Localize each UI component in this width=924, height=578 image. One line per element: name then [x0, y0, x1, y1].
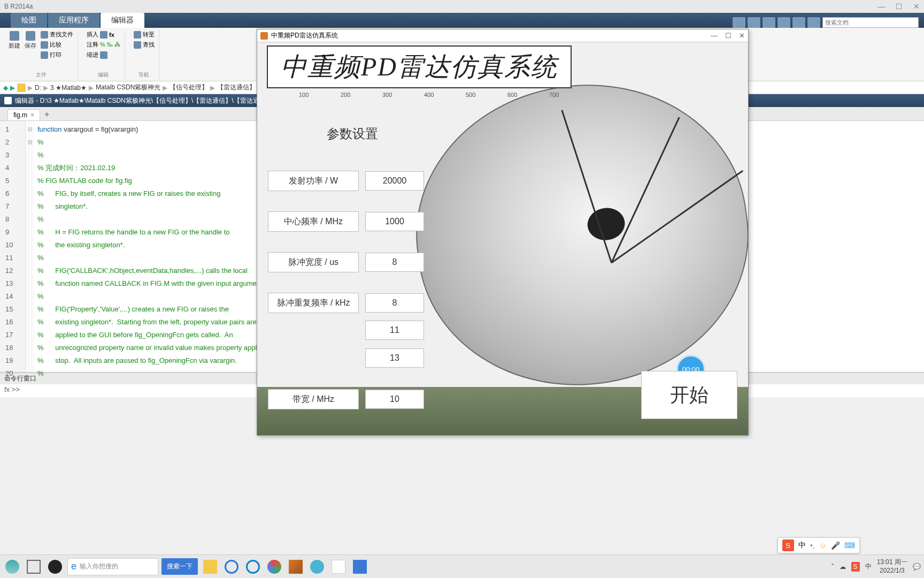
start-button[interactable] [3, 558, 21, 576]
fig-close-button[interactable]: ✕ [739, 32, 745, 40]
param-row: 带宽 / MHz10 [268, 389, 424, 409]
ime-mode[interactable]: 中 [798, 541, 806, 550]
gui-figure-window[interactable]: 中重频PD雷达仿真系统 — ☐ ✕ 中重频PD雷达仿真系统 1002003004… [257, 29, 749, 436]
explorer-icon[interactable] [201, 558, 219, 576]
fx-icon: fx [109, 32, 114, 38]
find-icon [41, 31, 48, 39]
browser-icon[interactable] [265, 558, 283, 576]
qat-icon[interactable] [748, 17, 760, 28]
param-label: 发射功率 / W [268, 171, 359, 191]
path-seg[interactable]: Matalb CSDN紫极神光 [96, 83, 160, 92]
tab-plot[interactable]: 绘图 [11, 13, 47, 28]
ime-punct-icon[interactable]: •, [810, 541, 815, 550]
path-seg[interactable]: 【雷达通信】 [217, 83, 256, 92]
print-icon [41, 51, 48, 59]
ribbon-group-edit: 插入 fx 注释 % ‰ ⁂ 缩进 编辑 [82, 30, 125, 79]
param-input[interactable]: 11 [365, 321, 424, 340]
indent-button[interactable]: 缩进 [86, 50, 121, 59]
qat-icon[interactable] [777, 17, 790, 28]
taskview-icon[interactable] [25, 558, 43, 576]
group-label: 导航 [138, 71, 149, 79]
param-row: 中心频率 / MHz1000 [268, 211, 424, 232]
param-input[interactable]: 8 [365, 293, 424, 313]
doc-search-input[interactable] [822, 17, 919, 28]
add-tab-button[interactable]: + [40, 109, 53, 120]
matlab-figure-icon [260, 32, 268, 40]
param-label: 中心频率 / MHz [268, 211, 359, 232]
figure-window-controls: — ☐ ✕ [711, 32, 745, 40]
insert-button[interactable]: 插入 fx [86, 30, 121, 39]
ime-keyboard-icon[interactable]: ⌨ [844, 541, 855, 550]
start-button[interactable]: 开始 [641, 371, 737, 419]
matlab-icon[interactable] [287, 558, 305, 576]
fig-minimize-button[interactable]: — [711, 32, 718, 40]
param-input[interactable]: 10 [365, 390, 424, 409]
param-label: 脉冲宽度 / us [268, 252, 359, 272]
ime-emoji-icon[interactable]: ☺ [819, 541, 827, 550]
sogou-icon[interactable]: S [782, 539, 794, 551]
param-row: 脉冲重复频率 / kHz8 [268, 293, 424, 313]
figure-title: 中重频PD雷达仿真系统 [271, 31, 338, 40]
qat-icon[interactable] [792, 17, 805, 28]
qat-icon[interactable] [807, 17, 820, 28]
tab-apps[interactable]: 应用程序 [48, 13, 99, 28]
maximize-button[interactable]: ☐ [896, 2, 903, 11]
save-icon [26, 31, 35, 41]
close-button[interactable]: ✕ [913, 2, 920, 11]
save-button[interactable]: 保存 [24, 30, 37, 51]
ribbon-tabstrip: 绘图 应用程序 编辑器 [0, 13, 924, 28]
document-icon [4, 97, 12, 104]
taskbar-search[interactable]: e 输入你想搜的 [67, 558, 158, 575]
find-files-button[interactable]: 查找文件 [40, 30, 74, 39]
param-input[interactable]: 8 [365, 253, 424, 272]
search-button[interactable]: 搜索一下 [161, 558, 198, 575]
param-row: 11 [268, 321, 424, 340]
path-seg[interactable]: 3 ★Matlab★ [50, 84, 87, 92]
find-button[interactable]: 查找 [133, 40, 156, 49]
os-titlebar: B R2014a — ☐ ✕ [0, 0, 924, 13]
param-row: 发射功率 / W20000 [268, 171, 424, 191]
edge-icon[interactable] [244, 558, 262, 576]
param-input[interactable]: 13 [365, 348, 424, 368]
path-seg[interactable]: D: [35, 84, 41, 92]
compare-icon [41, 41, 48, 49]
tray-chevron-icon[interactable]: ˄ [831, 563, 834, 571]
notifications-icon[interactable]: 💬 [913, 563, 921, 571]
goto-button[interactable]: 转至 [133, 30, 156, 39]
param-row: 13 [268, 348, 424, 368]
search-placeholder: 输入你想搜的 [80, 562, 118, 571]
tab-close-icon[interactable]: × [30, 111, 34, 119]
tab-label: fig.m [13, 111, 27, 119]
app-icon[interactable] [329, 558, 348, 576]
app-icon[interactable] [308, 558, 326, 576]
fig-maximize-button[interactable]: ☐ [725, 32, 732, 40]
param-input[interactable]: 20000 [365, 171, 424, 191]
ime-toolbar[interactable]: S 中 •, ☺ 🎤 ⌨ [777, 537, 860, 553]
ime-mic-icon[interactable]: 🎤 [831, 541, 840, 550]
sogou-tray-icon[interactable]: S [851, 562, 860, 572]
clock[interactable]: 13:01 周一 2022/1/3 [877, 558, 907, 575]
figure-body: 中重频PD雷达仿真系统 100200300400500600700 参数设置 发… [257, 42, 748, 435]
print-button[interactable]: 打印 [40, 50, 74, 59]
ie-icon[interactable] [222, 558, 241, 576]
figure-name-label: fig [736, 425, 743, 433]
qat-icon[interactable] [763, 17, 775, 28]
figure-titlebar[interactable]: 中重频PD雷达仿真系统 — ☐ ✕ [257, 29, 748, 42]
goto-icon [134, 31, 141, 39]
minimize-button[interactable]: — [877, 2, 885, 11]
new-button[interactable]: 新建 [7, 30, 21, 51]
tray-icon[interactable]: ☁ [840, 563, 846, 571]
param-input[interactable]: 1000 [365, 212, 424, 231]
fold-column[interactable]: ⊟⊟ [26, 121, 34, 372]
comment-button[interactable]: 注释 % ‰ ⁂ [86, 40, 121, 49]
os-taskbar: e 输入你想搜的 搜索一下 ˄ ☁ S 中 13:01 周一 2022/1/3 … [0, 554, 924, 578]
qat-icon[interactable] [733, 17, 745, 28]
file-tab-figm[interactable]: fig.m × [7, 109, 40, 120]
obs-icon[interactable] [46, 558, 64, 576]
photos-icon[interactable] [351, 558, 369, 576]
ime-indicator[interactable]: 中 [865, 562, 872, 571]
date-text: 2022/1/3 [877, 567, 907, 575]
compare-button[interactable]: 比较 [40, 40, 74, 49]
path-seg[interactable]: 【信号处理】 [170, 83, 208, 92]
tab-editor[interactable]: 编辑器 [101, 13, 144, 28]
